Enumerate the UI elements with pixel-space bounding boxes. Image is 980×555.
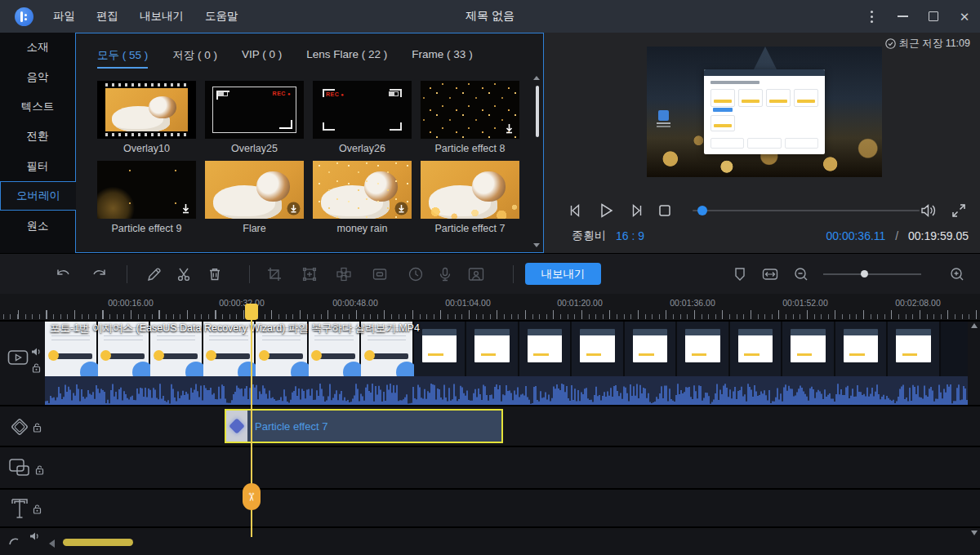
overlay-clip-particle7[interactable]: Particle effect 7: [225, 409, 503, 443]
aspect-ratio-value[interactable]: 16 : 9: [616, 229, 644, 242]
media-thumbnail[interactable]: [205, 161, 304, 219]
video-clip[interactable]: 포토-1번 이지어스 (EaseUS Data Recovery Wizard)…: [45, 322, 968, 405]
panel-scroll-down-icon[interactable]: [533, 243, 540, 247]
marker-icon[interactable]: [730, 264, 750, 284]
panel-scroll-up-icon[interactable]: [533, 76, 540, 80]
media-item-overlay10[interactable]: Overlay10: [97, 81, 196, 154]
tab-saved[interactable]: 저장 ( 0 ): [172, 48, 217, 69]
media-item-particle9[interactable]: Particle effect 9: [97, 161, 196, 234]
close-button[interactable]: ✕: [949, 0, 980, 33]
upper-region: 소재 음악 텍스트 전환 필터 오버레이 원소 모두 ( 55 ) 저장 ( 0…: [0, 33, 980, 253]
chroma-key-icon[interactable]: [466, 264, 486, 284]
ruler-label: 00:00:16.00: [94, 298, 167, 308]
seek-knob[interactable]: [697, 206, 707, 215]
pip-track: [0, 446, 980, 488]
track-mute-icon[interactable]: [29, 531, 40, 541]
media-thumbnail[interactable]: [421, 161, 519, 219]
menu-export[interactable]: 내보내기: [140, 9, 184, 24]
volume-icon[interactable]: [920, 202, 938, 219]
media-item-label: Flare: [205, 223, 304, 234]
media-item-flare[interactable]: Flare: [205, 161, 304, 234]
play-button[interactable]: [596, 201, 616, 220]
track-lock-icon[interactable]: [33, 422, 42, 433]
more-menu-icon[interactable]: [856, 0, 887, 33]
download-icon[interactable]: [287, 202, 301, 215]
track-lock-icon[interactable]: [32, 362, 41, 373]
sidebar-item-elements[interactable]: 원소: [0, 211, 75, 240]
sidebar-item-overlay[interactable]: 오버레이: [0, 181, 76, 211]
media-item-overlay26[interactable]: REC Overlay26: [313, 81, 412, 154]
tab-lens-flare[interactable]: Lens Flare ( 22 ): [306, 48, 387, 69]
app-logo-icon: [15, 7, 33, 26]
timeline-toolbar: 내보내기: [0, 253, 980, 294]
music-track: [0, 526, 980, 553]
track-lock-icon[interactable]: [33, 504, 42, 514]
app-window: 파일 편집 내보내기 도움말 제목 없음 ✕ 소재 음악 텍스트 전환 필터 오…: [0, 0, 980, 555]
timeline-scroll-left-icon[interactable]: [49, 539, 55, 548]
sidebar-item-transition[interactable]: 전환: [0, 122, 75, 151]
media-item-money-rain[interactable]: money rain: [313, 161, 412, 234]
menu-file[interactable]: 파일: [53, 9, 75, 24]
track-mute-icon[interactable]: [31, 347, 42, 357]
download-icon[interactable]: [502, 122, 516, 135]
panel-scrollbar[interactable]: [536, 86, 539, 137]
media-item-particle7[interactable]: Particle effect 7: [421, 161, 519, 234]
tracks-scroll-up-icon[interactable]: [971, 323, 978, 328]
tracks-scroll-down-icon[interactable]: [971, 531, 978, 535]
fit-timeline-icon[interactable]: [760, 264, 780, 284]
sidebar-item-music[interactable]: 음악: [0, 62, 75, 91]
stop-button[interactable]: [657, 202, 673, 219]
menu-help[interactable]: 도움말: [205, 9, 238, 24]
media-thumbnail[interactable]: [97, 161, 196, 219]
playhead-grip[interactable]: [245, 304, 258, 320]
playhead-split-handle[interactable]: ✂: [243, 483, 261, 510]
duration-clock-icon[interactable]: [406, 264, 425, 284]
sidebar-item-text[interactable]: 텍스트: [0, 92, 75, 122]
tab-frame[interactable]: Frame ( 33 ): [412, 48, 472, 69]
media-item-particle8[interactable]: Particle effect 8: [421, 81, 519, 154]
video-frame-thumb: [730, 322, 783, 376]
edit-pencil-icon[interactable]: [145, 264, 164, 284]
cut-scissors-icon[interactable]: [175, 264, 194, 284]
library-tabs: 모두 ( 55 ) 저장 ( 0 ) VIP ( 0 ) Lens Flare …: [76, 33, 543, 69]
minimize-button[interactable]: [887, 0, 918, 33]
timeline-horizontal-scrollbar[interactable]: [63, 539, 133, 546]
media-thumbnail[interactable]: [421, 81, 519, 139]
ruler-label: 00:01:04.00: [431, 298, 505, 308]
zoom-slider-knob[interactable]: [861, 270, 868, 278]
ruler-label: 00:00:32.00: [205, 298, 278, 308]
zoom-in-icon[interactable]: [947, 264, 967, 284]
zoom-out-icon[interactable]: [791, 264, 811, 284]
timeline-ruler[interactable]: 00:00:16.00 00:00:32.00 00:00:48.00 00:0…: [0, 294, 980, 320]
video-preview[interactable]: [647, 47, 882, 177]
tab-all[interactable]: 모두 ( 55 ): [97, 48, 148, 69]
menu-edit[interactable]: 편집: [96, 9, 118, 24]
next-frame-button[interactable]: [627, 202, 645, 220]
media-thumbnail[interactable]: [313, 161, 412, 219]
fullscreen-icon[interactable]: [951, 202, 967, 219]
seek-bar[interactable]: [693, 210, 920, 211]
media-thumbnail[interactable]: REC: [205, 81, 304, 139]
media-item-overlay25[interactable]: REC Overlay25: [205, 81, 304, 154]
maximize-button[interactable]: [918, 0, 949, 33]
tab-vip[interactable]: VIP ( 0 ): [242, 48, 282, 69]
download-icon[interactable]: [394, 202, 408, 215]
sidebar-item-filter[interactable]: 필터: [0, 152, 75, 181]
delete-trash-icon[interactable]: [205, 264, 225, 284]
export-button[interactable]: 내보내기: [525, 263, 601, 285]
download-icon[interactable]: [179, 202, 193, 215]
media-item-label: Overlay25: [205, 143, 304, 154]
freeze-frame-icon[interactable]: [300, 264, 319, 284]
sidebar-item-media[interactable]: 소재: [0, 33, 75, 62]
timeline-zoom-slider[interactable]: [823, 273, 921, 275]
undo-icon[interactable]: [54, 264, 74, 284]
mosaic-icon[interactable]: [334, 264, 354, 284]
previous-frame-button[interactable]: [567, 202, 585, 220]
overlay-frame-icon[interactable]: [370, 264, 390, 284]
crop-icon[interactable]: [265, 264, 284, 284]
media-thumbnail[interactable]: REC: [313, 81, 412, 139]
redo-icon[interactable]: [89, 264, 109, 284]
record-mic-icon[interactable]: [435, 264, 455, 284]
media-thumbnail[interactable]: [97, 81, 196, 139]
track-lock-icon[interactable]: [35, 464, 44, 475]
